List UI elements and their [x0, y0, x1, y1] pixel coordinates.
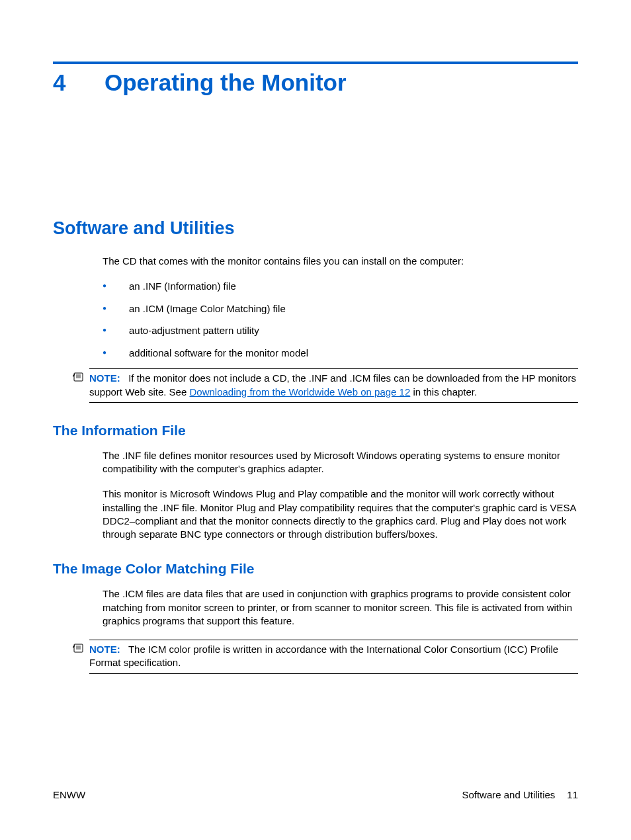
chapter-number: 4	[53, 69, 105, 96]
note-content: NOTE: If the monitor does not include a …	[89, 368, 578, 403]
icm-file-p1: The .ICM files are data files that are u…	[103, 587, 578, 628]
note-label: NOTE:	[89, 644, 120, 655]
note-label: NOTE:	[89, 372, 120, 384]
page-footer: ENWW Software and Utilities 11	[53, 789, 578, 800]
note-text-after: in this chapter.	[410, 386, 477, 398]
bullet-list: an .INF (Information) file an .ICM (Imag…	[103, 280, 578, 359]
note-text: The ICM color profile is written in acco…	[89, 644, 558, 668]
note-block: NOTE: The ICM color profile is written i…	[89, 640, 578, 674]
list-item: auto-adjustment pattern utility	[103, 324, 578, 337]
svg-rect-4	[74, 644, 83, 652]
note-icon	[72, 372, 85, 382]
section-intro: The CD that comes with the monitor conta…	[103, 255, 578, 268]
list-item: additional software for the monitor mode…	[103, 347, 578, 360]
footer-left: ENWW	[53, 789, 85, 800]
chapter-rule	[53, 62, 578, 64]
svg-rect-0	[74, 373, 83, 381]
subsection-heading-icm-file: The Image Color Matching File	[53, 561, 578, 577]
list-item: an .ICM (Image Color Matching) file	[103, 302, 578, 315]
note-content: NOTE: The ICM color profile is written i…	[89, 640, 578, 674]
footer-page-number: 11	[567, 789, 578, 800]
subsection-heading-information-file: The Information File	[53, 423, 578, 439]
section-heading-software-utilities: Software and Utilities	[53, 218, 578, 239]
note-link[interactable]: Downloading from the Worldwide Web on pa…	[189, 386, 410, 398]
footer-right-label: Software and Utilities	[462, 789, 555, 800]
info-file-p1: The .INF file defines monitor resources …	[103, 449, 578, 476]
list-item: an .INF (Information) file	[103, 280, 578, 293]
chapter-title: Operating the Monitor	[105, 69, 347, 95]
info-file-p2: This monitor is Microsoft Windows Plug a…	[103, 487, 578, 541]
chapter-heading: 4Operating the Monitor	[53, 69, 578, 96]
note-icon	[72, 643, 85, 653]
note-block: NOTE: If the monitor does not include a …	[89, 368, 578, 403]
